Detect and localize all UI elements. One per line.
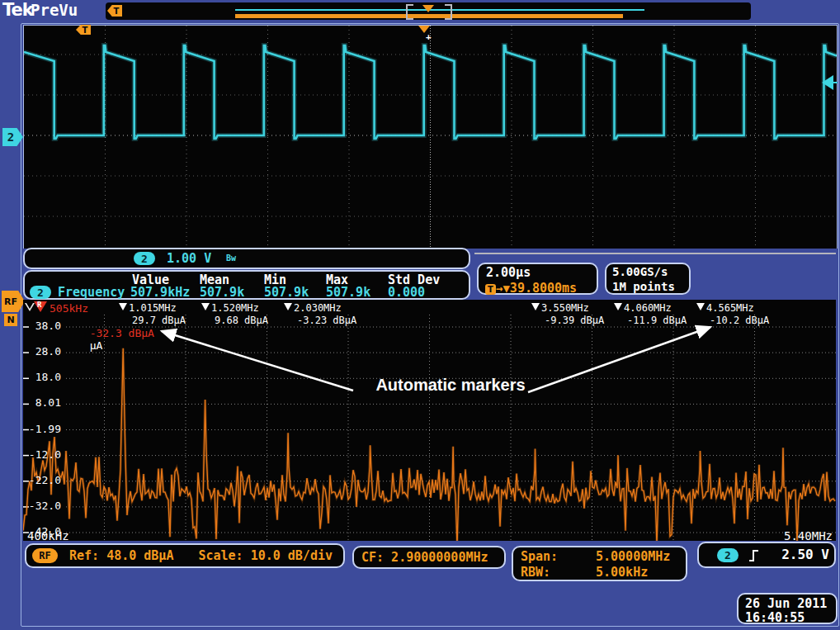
meas-name: Frequency (58, 285, 125, 300)
trigger-level-readout: 2.50 V (772, 547, 829, 562)
tek-logo: Tek (2, 0, 33, 20)
separator-line (474, 253, 836, 254)
marker-outline-inner (26, 303, 33, 309)
amplitude-unit-label: µA (90, 339, 103, 352)
y-axis-tick-label: -22.0 (25, 474, 61, 486)
marker-amplitude-label: -10.2 dBµA (710, 315, 769, 326)
rf-normal-trace-tag[interactable]: N (4, 314, 17, 326)
channel2-scale-bar[interactable]: 2 1.00 V Bw (23, 248, 470, 269)
annotation-arrow-right (528, 327, 710, 392)
acquisition-overview-bar[interactable]: T (106, 2, 751, 20)
marker-amplitude-label: 9.68 dBµA (215, 315, 268, 326)
zoom-window-bracket-right[interactable] (445, 4, 452, 20)
marker-amplitude-label: -11.9 dBµA (627, 315, 687, 326)
marker-frequency-label: 2.030MHz (294, 302, 342, 314)
date-label: 26 Jun 2011 (745, 596, 827, 611)
rising-edge-icon (748, 547, 760, 564)
y-axis-tick-label: 18.0 (25, 371, 61, 383)
y-axis-tick-label: 8.01 (25, 396, 61, 409)
trigger-readout-box[interactable]: 2 2.50 V (697, 542, 836, 568)
spectrum-display: 38.028.018.08.01-1.99-12.0-22.0-32.0-42.… (23, 300, 836, 541)
delay-arrows-icon: →▼ (496, 282, 510, 295)
rf-acquisition-bar (235, 14, 623, 18)
datetime-box: 26 Jun 2011 16:40:55 (737, 593, 838, 624)
center-frequency-readout: CF: 2.90000000MHz (361, 550, 488, 565)
marker-triangle-icon (531, 303, 540, 310)
sample-rate-readout: 5.00GS/s (612, 265, 668, 278)
sample-rate-box[interactable]: 5.00GS/s 1M points (605, 263, 691, 295)
marker-frequency-label: 4.060MHz (624, 302, 672, 314)
marker-frequency-label: 1.520MHz (211, 302, 259, 314)
reference-marker-freq: 505kHz (50, 302, 88, 315)
volts-per-div-readout: 1.00 V (167, 251, 211, 266)
zoom-window-bracket-left[interactable] (406, 4, 413, 20)
y-axis-tick-label: -32.0 (25, 500, 61, 512)
rf-badge[interactable]: RF (32, 548, 58, 563)
marker-frequency-label: 3.550MHz (541, 302, 589, 314)
meas-min: 507.9k (264, 285, 309, 300)
trigger-t-icon: T (485, 284, 496, 295)
span-label: Span: (521, 549, 558, 564)
y-axis-tick-label: -1.99 (25, 423, 61, 435)
time-label: 16:40:55 (745, 610, 805, 625)
rbw-readout: 5.00kHz (596, 565, 648, 580)
marker-frequency-label: 4.565MHz (706, 302, 754, 314)
reference-marker: R 505kHz -32.3 dBµA µA (25, 301, 165, 329)
stop-frequency-label: 5.40MHz (770, 529, 833, 542)
center-cross-icon: + (426, 31, 432, 42)
automatic-markers-annotation: Automatic markers (352, 376, 550, 395)
rbw-label: RBW: (521, 565, 550, 580)
channel-2-badge[interactable]: 2 (134, 252, 155, 265)
start-frequency-label: 400kHz (27, 529, 69, 542)
record-length-readout: 1M points (612, 280, 675, 293)
span-readout: 5.00000MHz (596, 549, 670, 564)
marker-triangle-icon (284, 303, 292, 310)
meas-channel-badge[interactable]: 2 (30, 286, 51, 299)
y-axis-tick-label: -12.0 (25, 448, 61, 461)
marker-amplitude-label: -9.39 dBµA (545, 315, 604, 326)
oscilloscope-screen: Tek PreVu T T + 2 2 1.00 V Bw Value Mean… (0, 0, 840, 630)
trigger-position-icon (422, 5, 434, 12)
rf-scale-readout: Scale: 10.0 dB/div (198, 548, 333, 563)
marker-triangle-icon (201, 303, 210, 310)
marker-amplitude-label: -3.23 dBµA (297, 315, 356, 326)
trigger-level-arrow-tail (833, 82, 838, 83)
time-per-div-readout: 2.00µs (486, 265, 531, 280)
center-frequency-box[interactable]: CF: 2.90000000MHz (352, 546, 506, 569)
waveform-display: T + (23, 25, 838, 249)
waveform-overview-line (235, 9, 644, 11)
channel2-waveform-trace (24, 26, 837, 249)
rf-reference-scale-box[interactable]: RF Ref: 48.0 dBµA Scale: 10.0 dB/div (25, 543, 345, 568)
trigger-level-arrow-icon[interactable] (822, 75, 833, 90)
annotation-arrow-left (162, 331, 353, 391)
meas-value: 507.9kHz (130, 285, 190, 300)
marker-triangle-icon (614, 303, 622, 310)
meas-max: 507.9k (326, 285, 370, 300)
trigger-t-icon: T (107, 5, 122, 17)
measurement-table: Value Mean Min Max Std Dev 2 Frequency 5… (23, 270, 470, 300)
acquisition-mode-label: PreVu (31, 1, 78, 19)
bandwidth-limit-badge: Bw (226, 253, 236, 263)
trigger-source-badge[interactable]: 2 (717, 548, 739, 562)
reference-marker-amplitude: -32.3 dBµA (90, 327, 154, 339)
meas-mean: 507.9k (200, 285, 244, 300)
trigger-delay-readout: 39.8000ms (510, 281, 577, 296)
horizontal-scale-box[interactable]: 2.00µs T→▼39.8000ms (477, 263, 598, 295)
rf-ref-level-readout: Ref: 48.0 dBµA (69, 548, 173, 563)
span-rbw-box[interactable]: Span: 5.00000MHz RBW: 5.00kHz (512, 546, 687, 581)
meas-stddev: 0.000 (388, 285, 425, 300)
marker-triangle-icon (696, 303, 705, 310)
reference-marker-flag: R (37, 301, 41, 309)
